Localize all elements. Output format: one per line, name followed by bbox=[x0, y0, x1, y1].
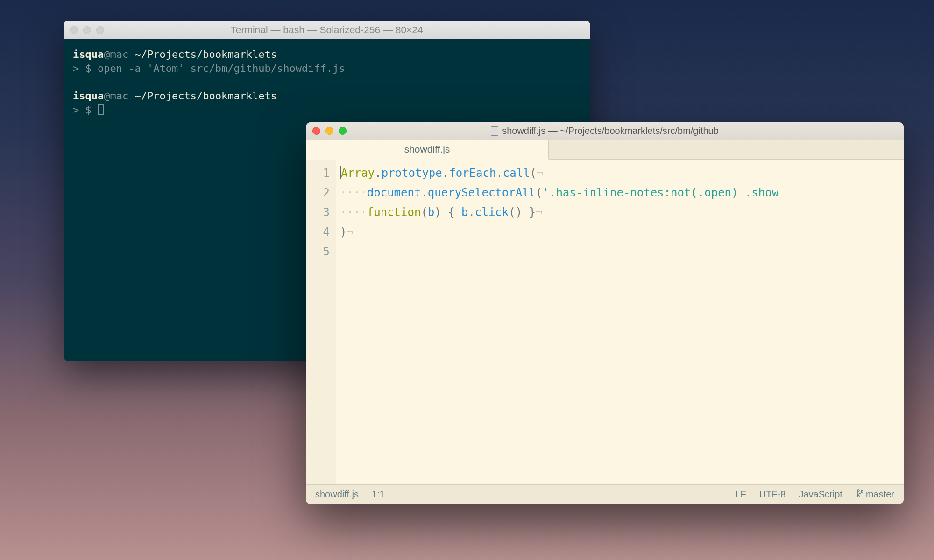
minimize-icon[interactable] bbox=[83, 26, 91, 34]
terminal-host: @mac bbox=[104, 49, 128, 60]
editor-title-text: showdiff.js — ~/Projects/bookmarklets/sr… bbox=[502, 126, 719, 136]
line-number[interactable]: 3 bbox=[306, 203, 330, 222]
cursor-icon bbox=[98, 104, 104, 115]
code-line: ····document.querySelectorAll('.has-inli… bbox=[340, 183, 904, 203]
code-line: Array.prototype.forEach.call(¬ bbox=[340, 163, 904, 183]
traffic-lights bbox=[312, 127, 347, 135]
git-branch-name: master bbox=[866, 489, 894, 499]
tab-label: showdiff.js bbox=[404, 144, 450, 155]
code-line: ····function(b) { b.click() }¬ bbox=[340, 203, 904, 222]
terminal-line: > $ open -a 'Atom' src/bm/github/showdif… bbox=[73, 62, 581, 76]
terminal-line: isqua@mac ~/Projects/bookmarklets bbox=[73, 89, 581, 103]
line-number[interactable]: 2 bbox=[306, 183, 330, 203]
status-language[interactable]: JavaScript bbox=[799, 489, 842, 500]
terminal-line: isqua@mac ~/Projects/bookmarklets bbox=[73, 48, 581, 62]
status-line-ending[interactable]: LF bbox=[735, 489, 746, 500]
status-encoding[interactable]: UTF-8 bbox=[759, 489, 786, 500]
prompt-symbol: > $ bbox=[73, 104, 98, 116]
terminal-path: ~/Projects/bookmarklets bbox=[128, 90, 277, 102]
status-cursor-position[interactable]: 1:1 bbox=[372, 489, 385, 500]
terminal-line: > $ bbox=[73, 103, 581, 117]
tab-showdiff[interactable]: showdiff.js bbox=[306, 140, 549, 160]
editor-title: showdiff.js — ~/Projects/bookmarklets/sr… bbox=[306, 126, 904, 136]
terminal-command: open -a 'Atom' src/bm/github/showdiff.js bbox=[98, 63, 345, 74]
status-bar: showdiff.js 1:1 LF UTF-8 JavaScript mast… bbox=[306, 484, 904, 504]
terminal-line bbox=[73, 75, 581, 89]
prompt-symbol: > $ bbox=[73, 63, 98, 74]
line-number[interactable]: 5 bbox=[306, 242, 330, 261]
line-number[interactable]: 4 bbox=[306, 222, 330, 242]
git-branch-icon bbox=[856, 489, 863, 497]
terminal-user: isqua bbox=[73, 90, 104, 102]
editor-tab-bar: showdiff.js bbox=[306, 140, 904, 160]
line-number-gutter: 1 2 3 4 5 bbox=[306, 160, 336, 484]
traffic-lights bbox=[70, 26, 104, 34]
zoom-icon[interactable] bbox=[339, 127, 347, 135]
code-area[interactable]: Array.prototype.forEach.call(¬ ····docum… bbox=[336, 160, 904, 484]
editor-content: 1 2 3 4 5 Array.prototype.forEach.call(¬… bbox=[306, 160, 904, 484]
terminal-title: Terminal — bash — Solarized-256 — 80×24 bbox=[64, 24, 590, 35]
line-number[interactable]: 1 bbox=[306, 163, 330, 183]
close-icon[interactable] bbox=[70, 26, 78, 34]
status-filename[interactable]: showdiff.js bbox=[315, 489, 359, 500]
editor-window: showdiff.js — ~/Projects/bookmarklets/sr… bbox=[306, 122, 904, 504]
terminal-host: @mac bbox=[104, 90, 128, 102]
terminal-path: ~/Projects/bookmarklets bbox=[128, 49, 277, 60]
zoom-icon[interactable] bbox=[96, 26, 104, 34]
code-line: )¬ bbox=[340, 222, 904, 242]
status-git-branch[interactable]: master bbox=[856, 489, 894, 500]
terminal-titlebar[interactable]: Terminal — bash — Solarized-256 — 80×24 bbox=[64, 21, 590, 39]
file-icon bbox=[491, 126, 498, 136]
editor-titlebar[interactable]: showdiff.js — ~/Projects/bookmarklets/sr… bbox=[306, 122, 904, 140]
close-icon[interactable] bbox=[312, 127, 320, 135]
minimize-icon[interactable] bbox=[325, 127, 333, 135]
terminal-user: isqua bbox=[73, 49, 104, 60]
